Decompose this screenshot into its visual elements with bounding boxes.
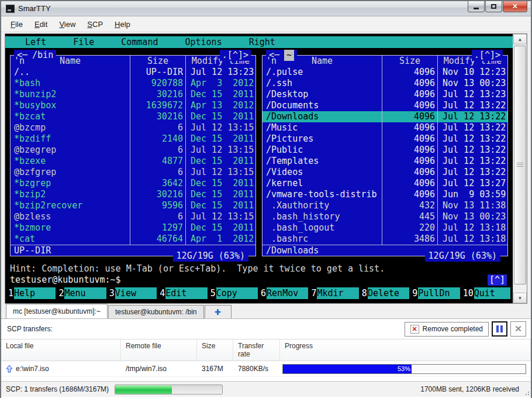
file-size: 4096: [382, 100, 437, 111]
function-key[interactable]: 2 Menu: [58, 287, 106, 299]
file-row[interactable]: *bzexe 4877 Dec 15 2011: [11, 156, 255, 167]
file-row[interactable]: /Downloads 4096 Jul 12 13:22: [262, 111, 507, 122]
file-row[interactable]: .bash_history 445 Nov 13 00:23: [262, 211, 507, 222]
file-row[interactable]: /.ssh 4096 Nov 13 00:23: [262, 78, 507, 89]
file-row[interactable]: @bzcmp 6 Jul 12 13:15: [11, 122, 255, 133]
scrollbar-down-button[interactable]: ▼: [513, 293, 527, 303]
scrollbar-thumb[interactable]: [514, 46, 526, 284]
file-row[interactable]: *bzip2recover 9596 Dec 15 2011: [11, 200, 255, 211]
file-row[interactable]: *bzmore 1297 Dec 15 2011: [11, 222, 255, 234]
transfer-row[interactable]: e:\win7.iso /tmp/win7.iso 3167M 7880KB/s…: [1, 361, 531, 377]
file-row[interactable]: /Desktop 4096 Jul 12 13:23: [262, 89, 507, 100]
mc-menu-item[interactable]: Left: [25, 36, 46, 48]
file-row[interactable]: @bzfgrep 6 Jul 12 13:15: [11, 167, 255, 178]
maximize-button[interactable]: [485, 1, 502, 12]
file-row[interactable]: .Xauthority 432 Nov 13 11:38: [262, 200, 507, 211]
file-row[interactable]: *bzgrep 3642 Dec 15 2011: [11, 178, 255, 189]
right-panel: <─ ~ .[^]> 'n Name Size Modify time: [262, 55, 508, 256]
function-key-label: Help: [14, 287, 56, 299]
file-size: 3486: [382, 234, 437, 245]
file-row[interactable]: /Templates 4096 Jul 12 13:22: [262, 156, 507, 167]
file-row[interactable]: @bzegrep 6 Jul 12 13:15: [11, 145, 255, 156]
remote-file-cell: /tmp/win7.iso: [121, 361, 197, 376]
scrollbar-up-button[interactable]: ▲: [513, 34, 527, 44]
left-panel-corner-controls[interactable]: .[^]>: [220, 50, 251, 61]
file-name: @bzcmp: [11, 122, 130, 133]
terminal-scrollbar[interactable]: ▲ ▼: [513, 34, 527, 303]
close-transfers-button[interactable]: ✕: [510, 321, 526, 337]
file-row[interactable]: /vmware-tools-distrib 4096 Jun 9 03:59: [262, 189, 507, 200]
function-key[interactable]: 7 Mkdir: [310, 287, 358, 299]
mc-menu-item[interactable]: Command: [121, 36, 158, 48]
mc-menu-item[interactable]: Right: [249, 36, 275, 48]
file-size: 220: [382, 222, 437, 234]
scp-section-label: SCP transfers:: [7, 325, 53, 333]
minimize-icon: [474, 8, 479, 9]
file-row[interactable]: @bzless 6 Jul 12 13:15: [11, 211, 255, 222]
menu-item[interactable]: Help: [109, 18, 136, 31]
terminal-screen[interactable]: Left File Command Options Right <─ /bin: [5, 34, 513, 303]
file-row[interactable]: .bashrc 3486 Jul 12 13:18: [262, 234, 507, 245]
file-name: *bzcat: [11, 111, 130, 122]
file-modify-time: Jul 12 13:15: [185, 145, 255, 156]
transfers-column-header[interactable]: Local file: [1, 339, 121, 361]
file-row[interactable]: *bash 920788 Apr 3 2012: [11, 78, 255, 89]
file-row[interactable]: /Documents 4096 Jul 12 13:22: [262, 100, 507, 111]
shell-prompt-line[interactable]: testuser@kubuntuvm:~$ [^]: [5, 275, 513, 286]
file-modify-time: Apr 3 2012: [185, 78, 255, 89]
file-row[interactable]: .bash_logout 220 Jul 12 13:18: [262, 222, 507, 234]
function-key[interactable]: 5 Copy: [210, 287, 258, 299]
function-key[interactable]: 10 Quit: [462, 287, 510, 299]
file-row[interactable]: /.pulse 4096 Nov 10 12:23: [262, 67, 507, 78]
file-modify-time: Jul 12 13:15: [185, 211, 255, 222]
file-row[interactable]: *bunzip2 30216 Dec 15 2011: [11, 89, 255, 100]
file-modify-time: Jul 12 13:22: [437, 133, 507, 145]
file-row[interactable]: /Public 4096 Jul 12 13:22: [262, 145, 507, 156]
function-key[interactable]: 8 Delete: [361, 287, 409, 299]
file-row[interactable]: /Pictures 4096 Jul 12 13:22: [262, 133, 507, 145]
minimize-button[interactable]: [468, 1, 485, 12]
new-tab-button[interactable]: +: [205, 305, 232, 318]
function-key[interactable]: 6 RenMov: [260, 287, 308, 299]
function-key[interactable]: 1 Help: [8, 287, 56, 299]
remove-completed-button[interactable]: ✕ Remove completed: [405, 322, 489, 337]
menu-item[interactable]: View: [53, 18, 81, 31]
menu-item[interactable]: Edit: [29, 18, 53, 31]
function-key[interactable]: 9 PullDn: [412, 287, 460, 299]
right-panel-corner-controls[interactable]: .[^]>: [472, 50, 503, 61]
file-row[interactable]: *bzdiff 2140 Dec 15 2011: [11, 133, 255, 145]
session-tab[interactable]: mc [testuser@kubuntuvm]:~: [6, 304, 108, 318]
file-row[interactable]: *busybox 1639672 Apr 13 2012: [11, 100, 255, 111]
session-tab[interactable]: testuser@kubuntuvm: /bin: [108, 305, 204, 318]
file-row[interactable]: *bzcat 30216 Dec 15 2011: [11, 111, 255, 122]
transfers-column-header[interactable]: Size: [197, 339, 233, 361]
transfers-column-header[interactable]: Progress: [280, 339, 531, 361]
resize-grip[interactable]: [524, 390, 530, 396]
menu-item[interactable]: SCP: [81, 18, 109, 31]
menu-item[interactable]: File: [5, 18, 29, 31]
file-modify-time: Dec 15 2011: [185, 156, 255, 167]
file-modify-time: Jul 12 13:22: [437, 145, 507, 156]
file-row[interactable]: /kernel 4096 Jul 12 13:27: [262, 178, 507, 189]
file-modify-time: Nov 13 00:23: [437, 211, 507, 222]
close-icon: ✕: [514, 324, 522, 334]
transfers-column-header[interactable]: Transfer rate: [233, 339, 280, 361]
file-row[interactable]: *bzip2 30216 Dec 15 2011: [11, 189, 255, 200]
file-row[interactable]: /.. UP--DIR Jul 12 13:23: [11, 67, 255, 78]
scrollbar-track[interactable]: [513, 44, 527, 293]
file-row[interactable]: /Music 4096 Jul 12 13:22: [262, 122, 507, 133]
scroll-top-indicator[interactable]: [^]: [488, 275, 507, 286]
title-bar[interactable]: SmarTTY ✕: [1, 1, 531, 16]
file-size: 4096: [382, 156, 437, 167]
transfers-column-header[interactable]: Remote file: [121, 339, 197, 361]
mc-menu-item[interactable]: File: [73, 36, 94, 48]
file-row[interactable]: *cat 46764 Apr 1 2012: [11, 234, 255, 245]
pause-transfers-button[interactable]: [492, 321, 507, 337]
file-row[interactable]: /Videos 4096 Jul 12 13:22: [262, 167, 507, 178]
left-free-space: 12G/19G (63%): [173, 251, 248, 262]
close-button[interactable]: ✕: [503, 1, 527, 12]
function-key[interactable]: 4 Edit: [159, 287, 207, 299]
mc-menu-item[interactable]: Options: [185, 36, 222, 48]
file-name: .bash_history: [262, 211, 382, 222]
function-key[interactable]: 3 View: [109, 287, 157, 299]
